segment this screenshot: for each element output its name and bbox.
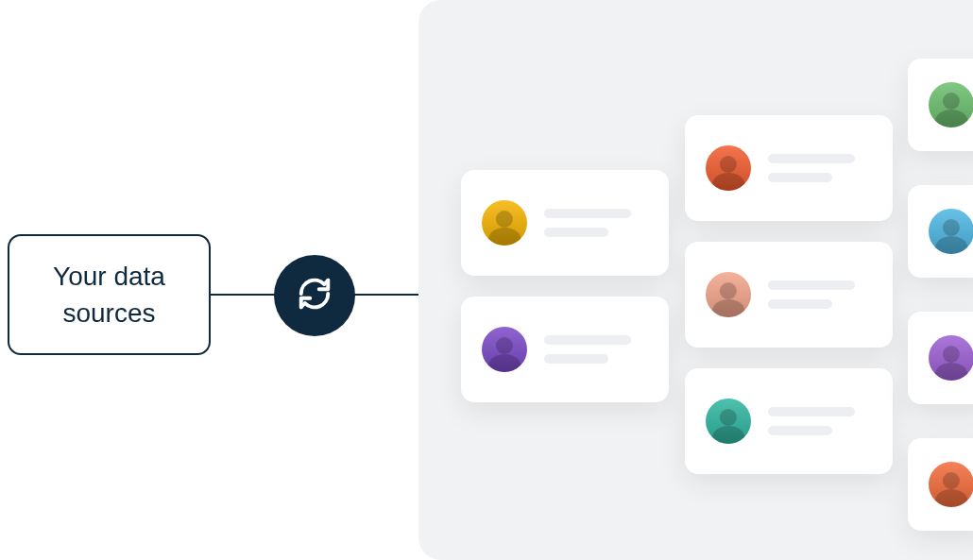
skeleton-line <box>768 173 832 182</box>
person-avatar-2 <box>482 327 527 372</box>
person-avatar-8 <box>929 335 973 381</box>
person-card <box>908 312 973 404</box>
sync-icon <box>297 276 333 315</box>
skeleton-line <box>544 354 608 364</box>
person-card <box>685 242 893 348</box>
skeleton-line <box>768 407 855 416</box>
data-source-label: Your data sources <box>25 258 194 331</box>
person-avatar-6 <box>929 82 973 127</box>
sync-circle <box>274 255 355 336</box>
skeleton-lines <box>544 335 631 364</box>
skeleton-lines <box>768 280 855 309</box>
person-card <box>908 185 973 278</box>
person-avatar-9 <box>929 462 973 507</box>
person-avatar-4 <box>706 272 751 317</box>
person-avatar-7 <box>929 209 973 254</box>
person-card <box>685 115 893 221</box>
person-card <box>461 297 669 402</box>
skeleton-line <box>768 154 855 163</box>
skeleton-line <box>768 299 832 309</box>
person-card <box>685 368 893 474</box>
person-avatar-1 <box>482 200 527 246</box>
profiles-panel <box>418 0 973 560</box>
skeleton-line <box>544 209 631 218</box>
skeleton-lines <box>544 209 631 237</box>
person-card <box>908 59 973 151</box>
skeleton-lines <box>768 154 855 182</box>
skeleton-line <box>544 228 608 237</box>
skeleton-line <box>768 426 832 435</box>
skeleton-lines <box>768 407 855 435</box>
skeleton-line <box>544 335 631 345</box>
person-card <box>461 170 669 276</box>
person-avatar-5 <box>706 399 751 444</box>
person-avatar-3 <box>706 145 751 191</box>
skeleton-line <box>768 280 855 290</box>
data-source-box: Your data sources <box>8 234 211 355</box>
person-card <box>908 438 973 531</box>
